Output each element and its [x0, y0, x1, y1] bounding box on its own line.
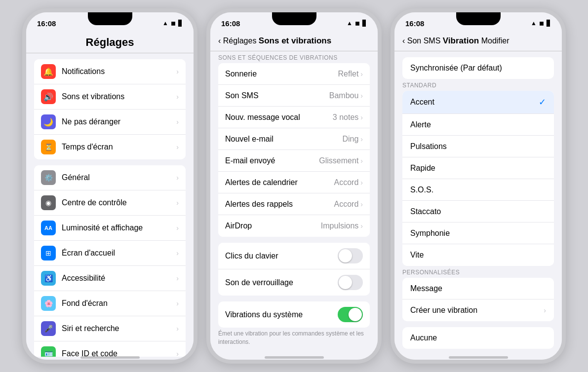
chevron-icon: › [176, 143, 179, 151]
item-clics[interactable]: Clics du clavier [218, 243, 370, 269]
group-1: 🔔 Notifications › 🔊 Sons et vibrations ›… [26, 59, 194, 159]
vibrations-group: Vibrations du système [218, 301, 370, 328]
verrouillage-toggle[interactable] [338, 275, 363, 290]
temps-icon: ⏳ [41, 140, 56, 154]
general-icon: ⚙️ [41, 170, 56, 185]
item-creer[interactable]: Créer une vibration › [402, 299, 554, 321]
nepasdéranger-icon: 🌙 [41, 114, 56, 129]
toggle-thumb [349, 308, 362, 321]
list-item-sons[interactable]: 🔊 Sons et vibrations › [34, 84, 186, 110]
item-rappels[interactable]: Alertes des rappels Accord › [218, 193, 370, 215]
status-icons-2: ▲ ◼ ▊ [347, 20, 367, 27]
home-indicator-3 [449, 356, 508, 359]
back-btn-2[interactable]: ‹ Réglages [218, 37, 256, 45]
none-group: Aucune [402, 327, 554, 349]
nav-right-3[interactable]: Modifier [481, 37, 510, 45]
nepasdéranger-label: Ne pas déranger [62, 117, 176, 126]
item-sonnerie[interactable]: Sonnerie Reflet › [218, 63, 370, 85]
item-alerte[interactable]: Alerte [402, 114, 554, 136]
item-verrouillage[interactable]: Son de verrouillage [218, 269, 370, 296]
accessibilite-label: Accessibilité [62, 274, 176, 283]
checkmark-icon: ✓ [539, 97, 546, 108]
group-2-inner: ⚙️ Général › ◉ Centre de contrôle › AA L… [34, 165, 186, 357]
scroll-area-2[interactable]: SONS ET SÉQUENCES DE VIBRATIONS Sonnerie… [210, 51, 378, 357]
item-sos[interactable]: S.O.S. [402, 179, 554, 201]
list-item-siri[interactable]: 🎤 Siri et recherche › [34, 316, 186, 341]
list-item-ecran[interactable]: ⊞ Écran d'accueil › [34, 241, 186, 266]
fond-label: Fond d'écran [62, 299, 176, 308]
section-label-standard: STANDARD [394, 79, 562, 91]
notch-3 [456, 12, 501, 25]
phone-vibration: 16:08 ▲ ◼ ▊ ‹ Son SMS Vibration Modifier… [391, 8, 566, 364]
sync-group: Synchronisée (Par défaut) [402, 57, 554, 79]
item-rapide[interactable]: Rapide [402, 157, 554, 179]
chevron-icon: › [176, 274, 179, 282]
scroll-area-1[interactable]: 🔔 Notifications › 🔊 Sons et vibrations ›… [26, 53, 194, 357]
list-item-general[interactable]: ⚙️ Général › [34, 165, 186, 190]
list-item-fond[interactable]: 🌸 Fond d'écran › [34, 291, 186, 316]
phone-settings: 16:08 ▲ ◼ ▊ Réglages 🔔 Notifications › 🔊… [22, 8, 197, 364]
list-item-accessibilite[interactable]: ♿ Accessibilité › [34, 266, 186, 291]
phone-sons: 16:08 ▲ ◼ ▊ ‹ Réglages Sons et vibration… [206, 8, 382, 364]
chevron-icon: › [176, 299, 179, 307]
item-vite[interactable]: Vite [402, 244, 554, 266]
nav-bar-2: ‹ Réglages Sons et vibrations [210, 34, 378, 51]
item-sync[interactable]: Synchronisée (Par défaut) [402, 57, 554, 79]
clics-toggle[interactable] [338, 248, 363, 263]
notch-2 [272, 12, 316, 25]
time-2: 16:08 [221, 19, 240, 28]
item-airdrop[interactable]: AirDrop Impulsions › [218, 215, 370, 237]
nav-bar-3: ‹ Son SMS Vibration Modifier [394, 34, 562, 51]
list-item-temps[interactable]: ⏳ Temps d'écran › [34, 135, 186, 159]
item-pulsations[interactable]: Pulsations [402, 136, 554, 157]
list-item-centre[interactable]: ◉ Centre de contrôle › [34, 190, 186, 216]
nav-bar-1: Réglages [26, 34, 194, 53]
accessibilite-icon: ♿ [41, 271, 56, 286]
back-btn-3[interactable]: ‹ Son SMS [402, 37, 440, 45]
home-indicator-2 [265, 356, 324, 359]
notifications-icon: 🔔 [41, 64, 56, 79]
temps-label: Temps d'écran [62, 143, 176, 151]
chevron-icon: › [176, 199, 179, 207]
list-item-luminosite[interactable]: AA Luminosité et affichage › [34, 216, 186, 241]
list-item-notifications[interactable]: 🔔 Notifications › [34, 59, 186, 84]
centre-icon: ◉ [41, 195, 56, 210]
list-item-faceid[interactable]: 🪪 Face ID et code › [34, 341, 186, 357]
item-aucune[interactable]: Aucune [402, 327, 554, 349]
item-message[interactable]: Message [402, 278, 554, 299]
item-accent[interactable]: Accent ✓ [402, 91, 554, 114]
notch-1 [88, 12, 132, 25]
vibsysteme-toggle[interactable] [338, 307, 363, 322]
item-sonsms[interactable]: Son SMS Bambou › [218, 85, 370, 107]
chevron-icon: › [176, 249, 179, 257]
notifications-label: Notifications [62, 67, 176, 76]
nav-row-2: ‹ Réglages Sons et vibrations [218, 36, 370, 46]
item-calendrier[interactable]: Alertes de calendrier Accord › [218, 172, 370, 193]
nav-title-2: Sons et vibrations [259, 36, 331, 45]
chevron-icon: › [176, 224, 179, 232]
bottom-bar-2 [210, 357, 378, 360]
status-bar-2: 16:08 ▲ ◼ ▊ [210, 12, 378, 34]
item-staccato[interactable]: Staccato [402, 201, 554, 223]
item-vibsysteme[interactable]: Vibrations du système [218, 301, 370, 328]
status-bar-1: 16:08 ▲ ◼ ▊ [26, 12, 194, 34]
toggle-thumb [339, 276, 352, 289]
chevron-icon: › [176, 68, 179, 75]
chevron-icon: › [176, 325, 179, 333]
time-3: 16:08 [405, 19, 424, 28]
battery-icon-3: ▊ [547, 20, 551, 27]
siri-icon: 🎤 [41, 321, 56, 336]
list-item-nepasdéranger[interactable]: 🌙 Ne pas déranger › [34, 110, 186, 135]
standard-group: Accent ✓ Alerte Pulsations Rapide S.O.S.… [402, 91, 554, 266]
scroll-area-3[interactable]: Synchronisée (Par défaut) STANDARD Accen… [394, 51, 562, 357]
item-emailenvoye[interactable]: E-mail envoyé Glissement › [218, 150, 370, 172]
fond-icon: 🌸 [41, 296, 56, 311]
siri-label: Siri et recherche [62, 324, 176, 333]
signal-icon-3: ▲ [531, 20, 537, 27]
item-vocal[interactable]: Nouv. message vocal 3 notes › [218, 107, 370, 128]
item-symphonie[interactable]: Symphonie [402, 223, 554, 244]
toggles-group: Clics du clavier Son de verrouillage [218, 243, 370, 296]
chevron-icon: › [176, 93, 179, 101]
item-email[interactable]: Nouvel e-mail Ding › [218, 128, 370, 150]
sounds-group: Sonnerie Reflet › Son SMS Bambou › Nouv.… [218, 63, 370, 237]
